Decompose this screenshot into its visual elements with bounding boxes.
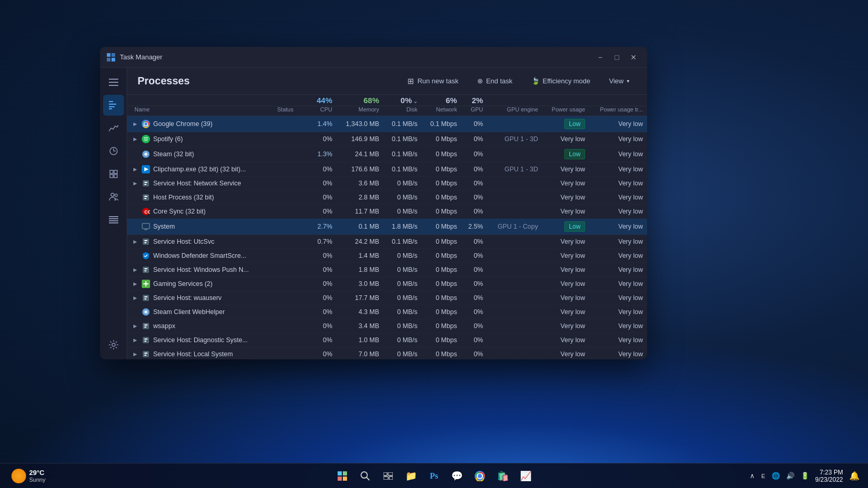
expand-arrow[interactable]: ▶: [131, 120, 139, 128]
table-row[interactable]: Windows Defender SmartScre...0%1.4 MB0 M…: [127, 249, 647, 263]
process-gpu: 0%: [461, 347, 487, 360]
table-row[interactable]: ▶ Service Host: Local System0%7.0 MB0 MB…: [127, 347, 647, 360]
expand-arrow[interactable]: ▶: [131, 351, 139, 358]
table-row[interactable]: System2.7%0.1 MB1.8 MB/s0 Mbps2.5%GPU 1 …: [127, 219, 647, 235]
th-net-pct[interactable]: 6%: [421, 95, 461, 106]
svg-rect-15: [114, 170, 117, 173]
table-row[interactable]: ▶ Service Host: wuauserv0%17.7 MB0 MB/s0…: [127, 291, 647, 305]
th-powerusagetr-label[interactable]: Power usage tr...: [589, 106, 647, 116]
table-row[interactable]: Steam Client WebHelper0%4.3 MB0 MB/s0 Mb…: [127, 305, 647, 319]
th-powerusage-label[interactable]: Power usage: [542, 106, 589, 116]
sidebar-item-processes[interactable]: [103, 95, 124, 116]
table-row[interactable]: ▶ Gaming Services (2)0%3.0 MB0 MB/s0 Mbp…: [127, 277, 647, 291]
process-icon: CC: [142, 207, 150, 216]
table-row[interactable]: CC Core Sync (32 bit)0%11.7 MB0 MB/s0 Mb…: [127, 205, 647, 219]
efficiency-icon: 🍃: [531, 77, 540, 85]
table-row[interactable]: ▶ Service Host: Windows Push N...0%1.8 M…: [127, 263, 647, 277]
table-row[interactable]: ▶ Google Chrome (39)1.4%1,343.0 MB0.1 MB…: [127, 116, 647, 132]
process-table-container[interactable]: 44% 68% 0% ⌄ 6% 2% Name Status: [127, 95, 647, 359]
th-mem-pct[interactable]: 68%: [337, 95, 383, 106]
maximize-button[interactable]: □: [610, 50, 624, 65]
svg-rect-23: [109, 222, 118, 223]
expand-arrow: [131, 151, 139, 158]
table-row[interactable]: Host Process (32 bit)0%2.8 MB0 MB/s0 Mbp…: [127, 191, 647, 205]
expand-arrow[interactable]: ▶: [131, 322, 139, 330]
th-gpuengine-label[interactable]: GPU engine: [487, 106, 542, 116]
table-row[interactable]: ▶ Service Host: Network Service0%3.6 MB0…: [127, 177, 647, 191]
th-gpueng-empty: [487, 95, 542, 106]
messenger-button[interactable]: 💬: [448, 467, 466, 485]
start-button[interactable]: [333, 467, 352, 485]
svg-rect-46: [144, 242, 146, 243]
expand-arrow[interactable]: ▶: [131, 166, 139, 173]
th-network-label[interactable]: Network: [421, 106, 461, 116]
chrome-taskbar-button[interactable]: [470, 467, 489, 485]
svg-point-71: [361, 472, 367, 478]
table-row[interactable]: ▶ Spotify (6)0%146.9 MB0.1 MB/s0 Mbps0%G…: [127, 132, 647, 146]
language-indicator[interactable]: E: [759, 471, 767, 481]
sidebar-item-startup[interactable]: [103, 164, 124, 184]
expand-arrow[interactable]: ▶: [131, 238, 139, 245]
sidebar-item-users[interactable]: [103, 186, 124, 207]
battery-icon[interactable]: 🔋: [799, 470, 811, 482]
th-cpu-label[interactable]: CPU: [309, 106, 337, 116]
extra-app-button[interactable]: 📈: [516, 467, 535, 485]
process-status: [273, 305, 309, 319]
expand-arrow[interactable]: ▶: [131, 336, 139, 344]
th-gpu-pct[interactable]: 2%: [461, 95, 487, 106]
th-cpu-pct[interactable]: 44%: [309, 95, 337, 106]
end-task-icon: ⊗: [477, 77, 483, 85]
expand-arrow[interactable]: ▶: [131, 294, 139, 302]
expand-arrow: [131, 308, 139, 316]
sidebar-item-details[interactable]: [103, 209, 124, 230]
table-row[interactable]: Steam (32 bit)1.3%24.1 MB0.1 MB/s0 Mbps0…: [127, 146, 647, 162]
process-cpu: 0%: [309, 347, 337, 360]
weather-widget[interactable]: 29°C Sunny: [6, 467, 51, 485]
table-row[interactable]: ▶ Service Host: UtcSvc0.7%24.2 MB0.1 MB/…: [127, 235, 647, 249]
expand-arrow[interactable]: ▶: [131, 280, 139, 287]
store-button[interactable]: 🛍️: [493, 467, 512, 485]
process-memory: 4.3 MB: [337, 305, 383, 319]
process-name: Host Process (32 bit): [153, 194, 214, 201]
search-button[interactable]: [356, 467, 375, 485]
expand-arrow[interactable]: ▶: [131, 180, 139, 187]
end-task-button[interactable]: ⊗ End task: [470, 74, 520, 88]
expand-arrow[interactable]: ▶: [131, 266, 139, 273]
th-disk-pct[interactable]: 0% ⌄: [383, 95, 422, 106]
volume-icon[interactable]: 🔊: [784, 470, 797, 482]
th-status-label[interactable]: Status: [273, 106, 309, 116]
svg-rect-66: [144, 355, 146, 356]
table-row[interactable]: ▶ Clipchamp.exe (32 bit) (32 bit)...0%17…: [127, 162, 647, 177]
clock-widget[interactable]: 7:23 PM 9/23/2022: [815, 469, 843, 483]
photoshop-button[interactable]: Ps: [425, 467, 443, 485]
sidebar-item-settings[interactable]: [103, 334, 124, 355]
process-power-usage: Low: [542, 219, 589, 235]
chevron-down-icon: ▾: [627, 78, 629, 84]
taskview-button[interactable]: [379, 467, 398, 485]
table-row[interactable]: ▶ wsappx0%3.4 MB0 MB/s0 Mbps0%Very lowVe…: [127, 319, 647, 333]
th-disk-label[interactable]: Disk: [383, 106, 422, 116]
process-gpu-engine: [487, 177, 542, 191]
notification-button[interactable]: 🔔: [847, 469, 862, 483]
file-explorer-button[interactable]: 📁: [402, 467, 420, 485]
th-memory-label[interactable]: Memory: [337, 106, 383, 116]
network-icon[interactable]: 🌐: [770, 470, 782, 482]
minimize-button[interactable]: −: [593, 50, 607, 65]
sidebar-item-app-history[interactable]: [103, 141, 124, 161]
show-hidden-icons-button[interactable]: ∧: [748, 470, 757, 482]
process-power-usage: Very low: [542, 191, 589, 205]
close-button[interactable]: ✕: [626, 50, 641, 65]
process-memory: 3.6 MB: [337, 177, 383, 191]
sidebar-item-performance[interactable]: [103, 118, 124, 139]
hamburger-menu-button[interactable]: [103, 72, 124, 93]
process-memory: 24.1 MB: [337, 146, 383, 162]
efficiency-mode-button[interactable]: 🍃 Efficiency mode: [524, 74, 598, 88]
table-row[interactable]: ▶ Service Host: Diagnostic Syste...0%1.0…: [127, 333, 647, 347]
run-new-task-button[interactable]: ⊞ Run new task: [400, 73, 466, 89]
th-gpu-label[interactable]: GPU: [461, 106, 487, 116]
th-name-label[interactable]: Name: [127, 106, 273, 116]
view-button[interactable]: View ▾: [602, 74, 637, 88]
process-power-usage: Very low: [542, 333, 589, 347]
expand-arrow[interactable]: ▶: [131, 135, 139, 143]
process-icon: [142, 165, 150, 173]
